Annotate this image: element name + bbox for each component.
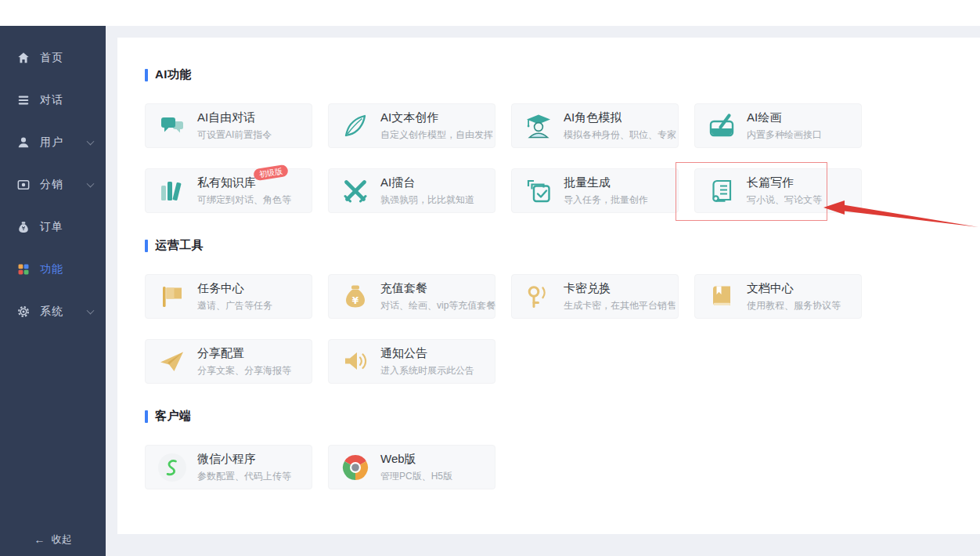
- chevron-down-icon: [87, 138, 95, 146]
- card-title: 长篇写作: [747, 175, 822, 190]
- card-subtitle: 分享文案、分享海报等: [197, 364, 291, 377]
- collapse-label: 收起: [52, 533, 72, 547]
- card-text: Web版管理PC版、H5版: [380, 452, 452, 483]
- sidebar-item-label: 首页: [40, 51, 63, 65]
- chat-bubbles-icon: [157, 110, 188, 142]
- feather-icon: [340, 110, 371, 142]
- card-text: 长篇写作写小说、写论文等: [747, 175, 822, 207]
- card-subtitle: 模拟各种身份、职位、专家: [564, 128, 676, 142]
- sidebar-item-首页[interactable]: 首页: [0, 37, 106, 79]
- card-text: 通知公告进入系统时展示此公告: [380, 346, 474, 377]
- feature-card-分享配置[interactable]: 分享配置分享文案、分享海报等: [145, 339, 312, 384]
- graduate-icon: [523, 110, 554, 142]
- card-title: 充值套餐: [380, 281, 495, 296]
- card-subtitle: 内置多种绘画接口: [747, 128, 822, 142]
- card-text: AI绘画内置多种绘画接口: [747, 110, 822, 142]
- card-text: 微信小程序参数配置、代码上传等: [197, 452, 291, 483]
- swords-icon: [340, 175, 371, 207]
- feature-card-通知公告[interactable]: 通知公告进入系统时展示此公告: [328, 339, 495, 384]
- card-subtitle: 可设置AI前置指令: [197, 128, 272, 142]
- card-title: 通知公告: [380, 346, 474, 361]
- card-subtitle: 邀请、广告等任务: [197, 299, 272, 312]
- card-title: Web版: [380, 452, 452, 467]
- sidebar-item-label: 分销: [40, 178, 63, 192]
- main-area: AI功能AI自由对话可设置AI前置指令AI文本创作自定义创作模型，自由发挥AI角…: [106, 26, 980, 556]
- sidebar: 首页对话用户分销订单功能系统 ← 收起: [0, 26, 106, 556]
- sidebar-item-分销[interactable]: 分销: [0, 164, 106, 206]
- section-title-text: AI功能: [155, 67, 192, 82]
- key-icon: [523, 281, 554, 312]
- feature-card-微信小程序[interactable]: 微信小程序参数配置、代码上传等: [145, 445, 312, 489]
- card-text: 充值套餐对话、绘画、vip等充值套餐: [380, 281, 495, 312]
- card-grid: 微信小程序参数配置、代码上传等Web版管理PC版、H5版: [145, 445, 953, 489]
- card-text: AI角色模拟模拟各种身份、职位、专家: [564, 110, 676, 142]
- card-text: 卡密兑换生成卡密，在其他平台销售: [564, 281, 676, 312]
- section-title: 运营工具: [145, 238, 953, 253]
- card-title: AI擂台: [380, 175, 474, 190]
- card-subtitle: 生成卡密，在其他平台销售: [564, 299, 676, 312]
- sidebar-item-label: 订单: [40, 220, 63, 234]
- feature-card-私有知识库[interactable]: 私有知识库可绑定到对话、角色等初级版: [145, 168, 312, 213]
- sidebar-item-label: 功能: [40, 262, 63, 276]
- card-subtitle: 孰强孰弱，比比就知道: [380, 193, 474, 207]
- card-text: 任务中心邀请、广告等任务: [197, 281, 272, 312]
- sidebar-nav: 首页对话用户分销订单功能系统: [0, 26, 106, 333]
- batch-icon: [523, 175, 554, 207]
- user-icon: [16, 135, 31, 150]
- books-icon: [157, 175, 188, 207]
- card-title: AI文本创作: [380, 110, 493, 125]
- card-subtitle: 导入任务，批量创作: [564, 193, 648, 207]
- content-panel: AI功能AI自由对话可设置AI前置指令AI文本创作自定义创作模型，自由发挥AI角…: [117, 38, 980, 534]
- sidebar-item-label: 对话: [40, 93, 63, 107]
- feature-card-长篇写作[interactable]: 长篇写作写小说、写论文等: [694, 168, 862, 213]
- distribution-icon: [16, 178, 31, 192]
- card-grid: AI自由对话可设置AI前置指令AI文本创作自定义创作模型，自由发挥AI角色模拟模…: [145, 103, 953, 213]
- feature-card-卡密兑换[interactable]: 卡密兑换生成卡密，在其他平台销售: [511, 274, 679, 319]
- feature-card-AI文本创作[interactable]: AI文本创作自定义创作模型，自由发挥: [328, 103, 495, 148]
- moneybag-icon: ¥: [340, 281, 371, 312]
- card-title: AI绘画: [747, 110, 822, 125]
- card-text: 批量生成导入任务，批量创作: [564, 175, 648, 207]
- sidebar-item-用户[interactable]: 用户: [0, 121, 106, 164]
- section-title-bar: [145, 240, 148, 252]
- feature-card-AI自由对话[interactable]: AI自由对话可设置AI前置指令: [145, 103, 312, 148]
- features-grid-icon: [16, 262, 31, 276]
- long-writing-icon: [706, 175, 737, 207]
- card-text: AI文本创作自定义创作模型，自由发挥: [380, 110, 493, 142]
- home-icon: [16, 51, 31, 65]
- feature-card-批量生成[interactable]: 批量生成导入任务，批量创作: [511, 168, 679, 213]
- card-title: AI角色模拟: [564, 110, 676, 125]
- section-title: AI功能: [145, 67, 953, 82]
- sidebar-item-系统[interactable]: 系统: [0, 291, 106, 333]
- card-text: 分享配置分享文案、分享海报等: [197, 346, 291, 377]
- app-root: { "sidebar": { "items": [ { "label": "首页…: [0, 0, 980, 556]
- card-subtitle: 进入系统时展示此公告: [380, 364, 474, 377]
- feature-card-文档中心[interactable]: 文档中心使用教程、服务协议等: [694, 274, 862, 319]
- share-plane-icon: [157, 346, 188, 377]
- section-title-bar: [145, 410, 148, 423]
- sidebar-item-功能[interactable]: 功能: [0, 248, 106, 291]
- sidebar-item-对话[interactable]: 对话: [0, 79, 106, 121]
- card-text: AI擂台孰强孰弱，比比就知道: [380, 175, 474, 207]
- chat-list-icon: [16, 93, 31, 107]
- announce-icon: [340, 346, 371, 377]
- card-subtitle: 使用教程、服务协议等: [747, 299, 841, 312]
- section-title-text: 客户端: [155, 409, 192, 424]
- card-title: 文档中心: [747, 281, 841, 296]
- card-subtitle: 参数配置、代码上传等: [197, 470, 291, 483]
- sidebar-item-订单[interactable]: 订单: [0, 206, 106, 248]
- feature-card-AI擂台[interactable]: AI擂台孰强孰弱，比比就知道: [328, 168, 495, 213]
- feature-card-Web版[interactable]: Web版管理PC版、H5版: [328, 445, 495, 489]
- sidebar-item-label: 用户: [40, 135, 63, 150]
- order-icon: [16, 220, 31, 234]
- card-subtitle: 管理PC版、H5版: [380, 470, 452, 483]
- feature-card-AI绘画[interactable]: AI绘画内置多种绘画接口: [694, 103, 862, 148]
- paint-icon: [706, 110, 737, 142]
- card-title: 批量生成: [564, 175, 648, 190]
- feature-card-任务中心[interactable]: 任务中心邀请、广告等任务: [145, 274, 312, 319]
- system-gear-icon: [16, 305, 31, 319]
- feature-card-充值套餐[interactable]: ¥充值套餐对话、绘画、vip等充值套餐: [328, 274, 495, 319]
- sidebar-collapse-button[interactable]: ← 收起: [0, 526, 106, 553]
- card-text: AI自由对话可设置AI前置指令: [197, 110, 272, 142]
- feature-card-AI角色模拟[interactable]: AI角色模拟模拟各种身份、职位、专家: [511, 103, 679, 148]
